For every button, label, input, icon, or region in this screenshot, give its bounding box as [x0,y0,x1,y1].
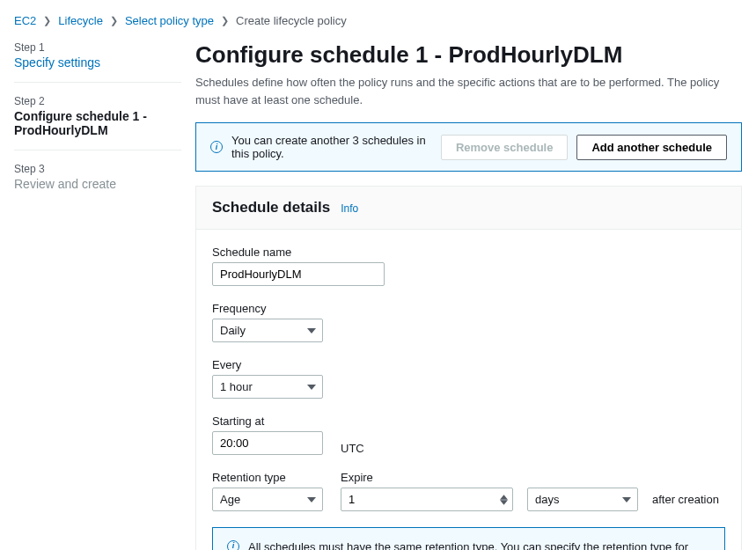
step-title: Specify settings [14,55,181,70]
breadcrumb-link[interactable]: Lifecycle [58,14,103,27]
expire-unit-select[interactable]: days [527,488,638,511]
schedule-notice: i You can create another 3 schedules in … [195,122,742,172]
chevron-right-icon: ❯ [110,15,118,26]
notice-text: You can create another 3 schedules in th… [231,134,432,160]
step-title: Review and create [14,177,181,191]
retention-type-label: Retention type [212,471,323,484]
caret-down-icon[interactable] [500,500,508,505]
expire-value-input[interactable] [341,488,513,511]
every-select[interactable]: 1 hour [212,375,323,399]
step-label: Step 3 [14,163,181,175]
panel-header: Schedule details Info [196,187,741,230]
expire-value-stepper[interactable] [341,488,513,511]
step-label: Step 2 [14,95,181,107]
schedule-name-input[interactable] [212,262,385,286]
every-value: 1 hour [212,375,323,399]
page-subtitle: Schedules define how often the policy ru… [195,74,742,108]
schedule-name-label: Schedule name [212,246,725,259]
frequency-value: Daily [212,319,323,342]
frequency-label: Frequency [212,302,725,315]
remove-schedule-button: Remove schedule [441,135,569,160]
page-title: Configure schedule 1 - ProdHourlyDLM [195,41,742,69]
info-icon: i [210,141,223,153]
chevron-right-icon: ❯ [221,15,229,26]
starting-at-label: Starting at [212,414,725,428]
panel-title: Schedule details [212,199,330,216]
info-link[interactable]: Info [341,202,358,215]
footnote-text: All schedules must have the same retenti… [248,539,710,550]
breadcrumb: EC2 ❯ Lifecycle ❯ Select policy type ❯ C… [14,14,742,27]
expire-label: Expire [341,471,719,484]
utc-label: UTC [341,442,364,455]
wizard-step-3: Step 3 Review and create [14,163,181,203]
wizard-step-2: Step 2 Configure schedule 1 - ProdHourly… [14,95,181,150]
breadcrumb-link[interactable]: EC2 [14,14,36,27]
wizard-sidebar: Step 1 Specify settings Step 2 Configure… [14,41,181,550]
retention-type-value: Age [212,488,323,511]
step-title: Configure schedule 1 - ProdHourlyDLM [14,109,181,137]
add-schedule-button[interactable]: Add another schedule [576,135,727,160]
info-icon: i [227,540,239,550]
chevron-right-icon: ❯ [43,15,51,26]
frequency-select[interactable]: Daily [212,319,323,342]
retention-footnote: i All schedules must have the same reten… [212,527,725,550]
step-label: Step 1 [14,41,181,54]
after-creation-label: after creation [652,493,719,506]
expire-unit-value: days [527,488,638,511]
starting-at-input[interactable] [212,431,323,455]
schedule-details-panel: Schedule details Info Schedule name Freq… [195,186,742,550]
retention-type-select[interactable]: Age [212,488,323,511]
breadcrumb-link[interactable]: Select policy type [125,14,214,27]
every-label: Every [212,358,725,371]
breadcrumb-current: Create lifecycle policy [236,14,347,27]
wizard-step-1[interactable]: Step 1 Specify settings [14,41,181,83]
